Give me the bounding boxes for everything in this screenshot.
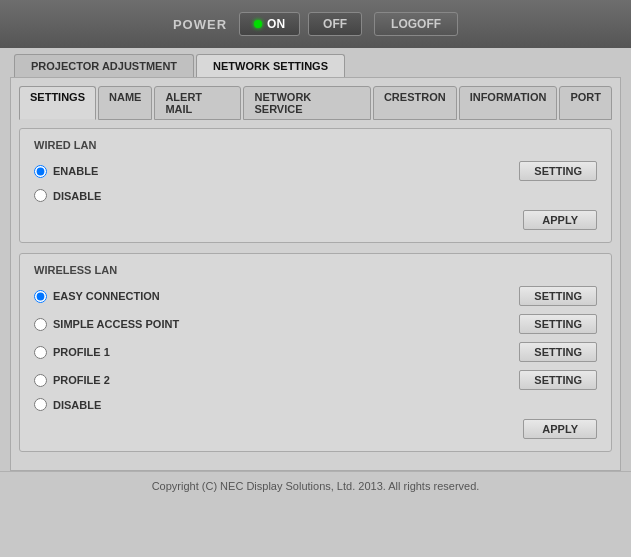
wireless-apply-row: APPLY xyxy=(34,419,597,439)
wireless-profile2-label: PROFILE 2 xyxy=(53,374,193,386)
wireless-simple-radio[interactable] xyxy=(34,318,47,331)
logoff-label: LOGOFF xyxy=(391,17,441,31)
wired-disable-radio[interactable] xyxy=(34,189,47,202)
wireless-simple-setting-button[interactable]: SETTING xyxy=(519,314,597,334)
wireless-disable-radio[interactable] xyxy=(34,398,47,411)
wired-enable-row: ENABLE SETTING xyxy=(34,161,597,181)
wireless-lan-section: WIRELESS LAN EASY CONNECTION SETTING SIM… xyxy=(19,253,612,452)
top-bar: POWER ON OFF LOGOFF xyxy=(0,0,631,48)
power-led xyxy=(254,20,262,28)
wireless-disable-row: DISABLE xyxy=(34,398,597,411)
wireless-easy-row: EASY CONNECTION SETTING xyxy=(34,286,597,306)
content-area: SETTINGS NAME ALERT MAIL NETWORK SERVICE… xyxy=(10,77,621,471)
wireless-easy-radio[interactable] xyxy=(34,290,47,303)
tab-projector-adjustment[interactable]: PROJECTOR ADJUSTMENT xyxy=(14,54,194,77)
wireless-apply-button[interactable]: APPLY xyxy=(523,419,597,439)
sub-tab-information[interactable]: INFORMATION xyxy=(459,86,558,120)
wired-enable-label: ENABLE xyxy=(53,165,193,177)
sub-tab-name[interactable]: NAME xyxy=(98,86,152,120)
power-on-button[interactable]: ON xyxy=(239,12,300,36)
footer: Copyright (C) NEC Display Solutions, Ltd… xyxy=(0,471,631,496)
wireless-profile2-setting-button[interactable]: SETTING xyxy=(519,370,597,390)
wireless-simple-label: SIMPLE ACCESS POINT xyxy=(53,318,193,330)
sub-tab-settings[interactable]: SETTINGS xyxy=(19,86,96,120)
wireless-easy-label: EASY CONNECTION xyxy=(53,290,193,302)
sub-tab-crestron[interactable]: CRESTRON xyxy=(373,86,457,120)
wired-lan-title: WIRED LAN xyxy=(34,139,597,151)
wired-apply-button[interactable]: APPLY xyxy=(523,210,597,230)
power-on-label: ON xyxy=(267,17,285,31)
sub-tabs: SETTINGS NAME ALERT MAIL NETWORK SERVICE… xyxy=(19,86,612,120)
sub-tab-alert-mail[interactable]: ALERT MAIL xyxy=(154,86,241,120)
sub-tab-network-service[interactable]: NETWORK SERVICE xyxy=(243,86,370,120)
wired-disable-row: DISABLE xyxy=(34,189,597,202)
wireless-profile1-setting-button[interactable]: SETTING xyxy=(519,342,597,362)
wireless-profile1-row: PROFILE 1 SETTING xyxy=(34,342,597,362)
main-tabs: PROJECTOR ADJUSTMENT NETWORK SETTINGS xyxy=(0,48,631,77)
copyright-text: Copyright (C) NEC Display Solutions, Ltd… xyxy=(152,480,480,492)
wireless-disable-label: DISABLE xyxy=(53,399,193,411)
sub-tab-port[interactable]: PORT xyxy=(559,86,612,120)
wired-enable-setting-button[interactable]: SETTING xyxy=(519,161,597,181)
logoff-button[interactable]: LOGOFF xyxy=(374,12,458,36)
wireless-profile1-radio[interactable] xyxy=(34,346,47,359)
wired-disable-label: DISABLE xyxy=(53,190,193,202)
wireless-lan-title: WIRELESS LAN xyxy=(34,264,597,276)
wireless-profile2-row: PROFILE 2 SETTING xyxy=(34,370,597,390)
tab-network-settings[interactable]: NETWORK SETTINGS xyxy=(196,54,345,77)
power-off-button[interactable]: OFF xyxy=(308,12,362,36)
wired-lan-section: WIRED LAN ENABLE SETTING DISABLE APPLY xyxy=(19,128,612,243)
wired-apply-row: APPLY xyxy=(34,210,597,230)
wireless-easy-setting-button[interactable]: SETTING xyxy=(519,286,597,306)
power-off-label: OFF xyxy=(323,17,347,31)
wireless-profile1-label: PROFILE 1 xyxy=(53,346,193,358)
power-label: POWER xyxy=(173,17,227,32)
wireless-profile2-radio[interactable] xyxy=(34,374,47,387)
wireless-simple-row: SIMPLE ACCESS POINT SETTING xyxy=(34,314,597,334)
wired-enable-radio[interactable] xyxy=(34,165,47,178)
